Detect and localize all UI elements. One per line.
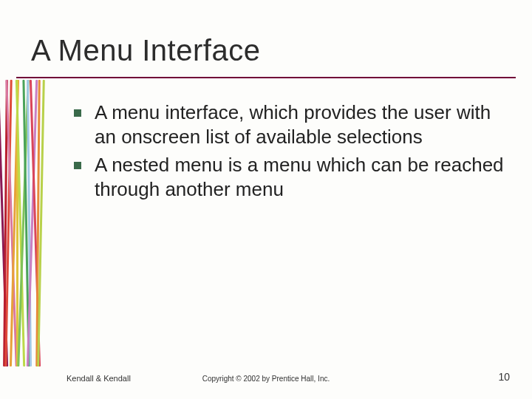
footer: Kendall & Kendall Copyright © 2002 by Pr… — [0, 368, 532, 383]
title-underline — [16, 77, 516, 78]
list-item: A nested menu is a menu which can be rea… — [74, 153, 510, 202]
list-item: A menu interface, which provides the use… — [74, 100, 510, 150]
slide: A Menu Interface A menu interface, which… — [0, 0, 532, 399]
page-number: 10 — [498, 371, 510, 383]
square-bullet-icon — [74, 109, 81, 117]
bullet-text: A nested menu is a menu which can be rea… — [95, 153, 510, 202]
side-decoration — [0, 80, 47, 366]
footer-copyright: Copyright © 2002 by Prentice Hall, Inc. — [0, 375, 532, 383]
bullet-text: A menu interface, which provides the use… — [95, 100, 510, 150]
page-title: A Menu Interface — [31, 34, 260, 67]
body-content: A menu interface, which provides the use… — [74, 100, 510, 205]
square-bullet-icon — [74, 162, 81, 169]
